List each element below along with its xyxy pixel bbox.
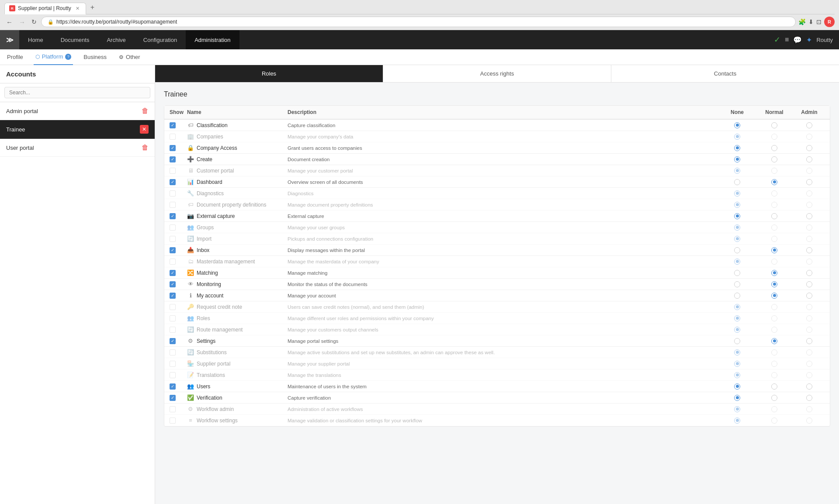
row-checkbox[interactable]: ✓ [170,395,187,401]
nav-home[interactable]: Home [19,30,52,49]
nav-user-icon[interactable]: ✦ [806,36,812,44]
row-radio-admin[interactable] [794,179,825,185]
nav-archive[interactable]: Archive [98,30,134,49]
tab-contacts[interactable]: Contacts [611,65,839,82]
sidebar-item-admin-portal[interactable]: Admin portal 🗑 [0,102,155,120]
row-icon: 🔒 [187,145,194,151]
table-header: Show Name Description None Normal Admin [164,106,830,120]
sidebar-search-input[interactable] [4,87,150,98]
row-radio-normal[interactable] [755,122,794,128]
subnav-other[interactable]: ⚙ Other [117,54,142,60]
row-radio-none[interactable] [720,156,755,162]
tab-access-rights[interactable]: Access rights [383,65,611,82]
row-radio-none[interactable] [720,338,755,344]
row-name: 🗂Masterdata management [187,258,288,265]
split-button[interactable]: ⊡ [816,18,822,25]
row-description: Diagnostics [288,191,720,196]
row-radio-normal[interactable] [755,213,794,219]
row-checkbox[interactable]: ✓ [170,293,187,299]
sidebar-item-delete-icon[interactable]: 🗑 [142,107,149,115]
sidebar-item-delete-icon[interactable]: 🗑 [142,144,149,152]
row-radio-none[interactable] [720,247,755,253]
row-checkbox[interactable]: ✓ [170,179,187,185]
row-radio-none[interactable] [720,213,755,219]
row-radio-none[interactable] [720,395,755,401]
subnav-business[interactable]: Business [82,54,108,60]
nav-documents[interactable]: Documents [52,30,98,49]
subnav-platform[interactable]: ⬡ Platform ? [34,49,73,65]
row-radio-admin[interactable] [794,293,825,299]
row-radio-normal[interactable] [755,145,794,151]
row-radio-admin[interactable] [794,247,825,253]
tab-roles[interactable]: Roles [155,65,383,82]
nav-administration[interactable]: Administration [186,30,239,49]
row-radio-normal[interactable] [755,395,794,401]
row-radio-normal[interactable] [755,338,794,344]
new-tab-button[interactable]: + [88,3,97,14]
nav-refresh-button[interactable]: ↻ [30,17,38,26]
row-checkbox[interactable]: ✓ [170,156,187,162]
nav-forward-button[interactable]: → [17,17,27,27]
nav-chat-icon[interactable]: 💬 [793,36,802,44]
platform-help-icon[interactable]: ? [65,54,71,60]
downloads-button[interactable]: ⬇ [808,18,814,25]
row-radio-admin[interactable] [794,122,825,128]
address-bar[interactable]: 🔒 https://dev.routty.be/portal/routty/#s… [41,17,796,27]
row-radio-none[interactable] [720,145,755,151]
row-radio-admin[interactable] [794,383,825,390]
row-radio-none[interactable] [720,281,755,287]
row-radio-admin[interactable] [794,156,825,162]
row-radio-admin[interactable] [794,395,825,401]
row-radio-admin[interactable] [794,145,825,151]
nav-username: Routty [816,37,833,43]
row-radio-normal[interactable] [755,179,794,185]
sidebar-item-trainee-delete-icon[interactable]: ✕ [140,125,149,134]
nav-list-icon[interactable]: ≡ [785,36,789,44]
row-checkbox[interactable]: ✓ [170,383,187,390]
row-radio-admin[interactable] [794,213,825,219]
row-radio-admin[interactable] [794,281,825,287]
row-radio-admin[interactable] [794,338,825,344]
browser-tab-active[interactable]: R Supplier portal | Routty ✕ [4,3,86,14]
row-checkbox[interactable]: ✓ [170,145,187,151]
app-logo[interactable]: ≫ [0,30,19,49]
row-radio-normal[interactable] [755,293,794,299]
row-radio-normal [755,259,794,265]
row-description: Manage your customer portal [288,168,720,173]
row-radio-normal[interactable] [755,383,794,390]
row-icon: 👥 [187,224,194,231]
table-row: 👥RolesManage different user roles and pe… [164,313,830,324]
row-radio-admin [794,418,825,424]
row-checkbox[interactable]: ✓ [170,247,187,253]
sidebar-item-trainee[interactable]: Trainee ✕ [0,120,155,139]
subnav-profile[interactable]: Profile [5,54,25,60]
status-check-icon: ✓ [774,35,780,45]
row-name: 🔒Company Access [187,145,288,151]
table-row: 🏪Supplier portalManage your supplier por… [164,358,830,369]
sidebar-item-user-portal[interactable]: User portal 🗑 [0,139,155,157]
extensions-button[interactable]: 🧩 [798,18,806,25]
row-radio-normal[interactable] [755,156,794,162]
row-checkbox[interactable]: ✓ [170,270,187,276]
row-checkbox[interactable]: ✓ [170,122,187,128]
row-icon: 🔀 [187,269,194,276]
row-radio-normal[interactable] [755,270,794,276]
row-radio-none[interactable] [720,270,755,276]
row-radio-none[interactable] [720,122,755,128]
row-radio-normal[interactable] [755,281,794,287]
row-name: 🏪Supplier portal [187,360,288,367]
row-radio-admin[interactable] [794,270,825,276]
row-radio-none[interactable] [720,383,755,390]
row-radio-none[interactable] [720,293,755,299]
sidebar-item-label: Admin portal [6,108,142,114]
nav-configuration[interactable]: Configuration [135,30,186,49]
row-checkbox[interactable]: ✓ [170,281,187,287]
row-checkbox[interactable]: ✓ [170,213,187,219]
row-radio-normal[interactable] [755,247,794,253]
tab-close-icon[interactable]: ✕ [76,6,80,11]
row-name: ➕Create [187,156,288,162]
row-name: 🔄Substitutions [187,349,288,356]
nav-back-button[interactable]: ← [4,17,14,27]
row-radio-none[interactable] [720,179,755,185]
row-checkbox[interactable]: ✓ [170,338,187,344]
